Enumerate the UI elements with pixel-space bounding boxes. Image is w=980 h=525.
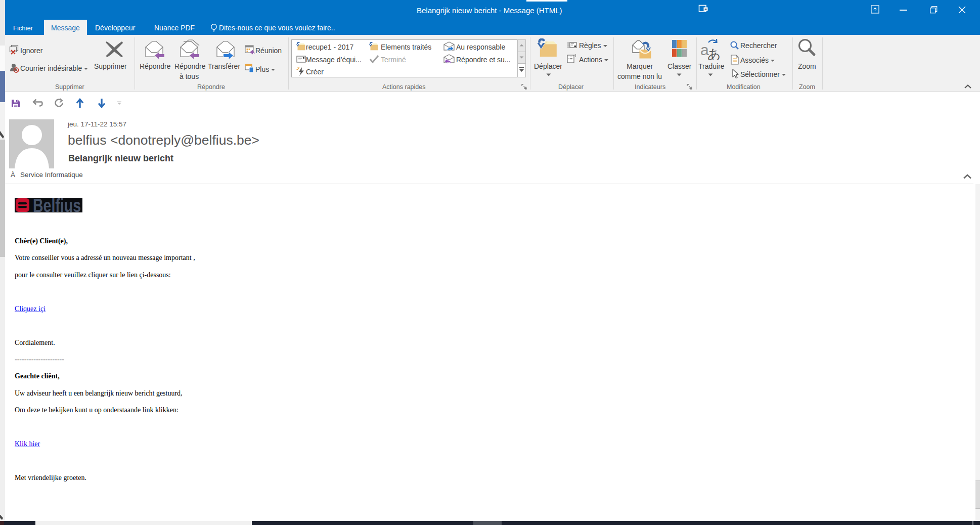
svg-text:Belfius: Belfius (33, 198, 81, 212)
svg-text:あ: あ (707, 47, 721, 60)
